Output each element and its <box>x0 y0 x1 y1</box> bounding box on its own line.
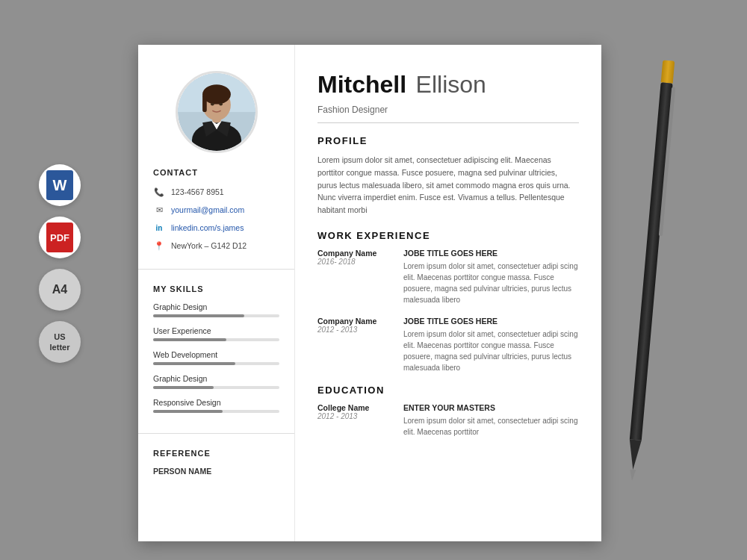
phone-text: 123-4567 8951 <box>171 187 224 196</box>
edu-right-1: ENTER YOUR MASTERS Lorem ipsum dolor sit… <box>403 403 579 438</box>
a4-label: A4 <box>52 283 67 296</box>
phone-icon: 📞 <box>153 186 165 198</box>
workdesc-1: Lorem ipsum dolor sit amet, consectetuer… <box>403 261 579 305</box>
pdf-icon: PDF <box>46 223 73 252</box>
edu-desc-1: Lorem ipsum dolor sit amet, consectetuer… <box>403 415 579 438</box>
skill-bar-fill-2 <box>153 338 226 341</box>
linkedin-text: linkedin.com/s.james <box>171 223 244 232</box>
skill-item-3: Web Development <box>153 350 279 365</box>
header-divider <box>317 122 579 123</box>
college-1: College Name <box>317 403 392 412</box>
email-icon: ✉ <box>153 204 165 216</box>
skills-divider <box>138 433 294 434</box>
edu-left-1: College Name 2012 - 2013 <box>317 403 392 438</box>
contact-title: CONTACT <box>153 168 279 177</box>
linkedin-icon: in <box>153 222 165 234</box>
year-1: 2016- 2018 <box>317 258 392 266</box>
skill-bar-bg-3 <box>153 362 279 365</box>
skill-name-2: User Experience <box>153 326 279 335</box>
jobtitle-1: JOBE TITLE GOES HERE <box>403 249 579 258</box>
skill-name-3: Web Development <box>153 350 279 359</box>
skill-item-2: User Experience <box>153 326 279 341</box>
person-name-label: PERSON NAME <box>153 467 279 476</box>
education-title: EDUCATION <box>317 385 579 396</box>
year-2: 2012 - 2013 <box>317 326 392 334</box>
jobtitle-2: JOBE TITLE GOES HERE <box>403 317 579 326</box>
contact-section: CONTACT 📞 123-4567 8951 ✉ yourmail@gmail… <box>138 168 294 258</box>
workdesc-2: Lorem ipsum dolor sit amet, consectetuer… <box>403 329 579 373</box>
us-label: USletter <box>50 332 70 353</box>
company-2: Company Name <box>317 317 392 326</box>
skill-bar-fill-3 <box>153 362 235 365</box>
reference-section: REFERENCE PERSON NAME <box>138 449 294 476</box>
word-icon <box>46 170 73 200</box>
skills-title: MY SKILLS <box>153 284 279 293</box>
profile-text: Lorem ipsum dolor sit amet, consectetuer… <box>317 154 579 217</box>
a4-icon-badge[interactable]: A4 <box>39 269 81 311</box>
profile-section: PROFILE Lorem ipsum dolor sit amet, cons… <box>317 135 579 217</box>
left-panel: CONTACT 📞 123-4567 8951 ✉ yourmail@gmail… <box>138 45 295 541</box>
degree-1: ENTER YOUR MASTERS <box>403 403 579 412</box>
work-item-1: Company Name 2016- 2018 JOBE TITLE GOES … <box>317 249 579 305</box>
skill-bar-fill-4 <box>153 386 214 389</box>
work-right-2: JOBE TITLE GOES HERE Lorem ipsum dolor s… <box>403 317 579 373</box>
us-icon-badge[interactable]: USletter <box>39 321 81 363</box>
pdf-icon-badge[interactable]: PDF <box>39 217 81 258</box>
email-item: ✉ yourmail@gmail.com <box>153 204 279 216</box>
skill-item-5: Responsive Design <box>153 398 279 413</box>
work-title: WORK EXPERIENCE <box>317 230 579 241</box>
svg-rect-7 <box>202 94 207 112</box>
skill-name-1: Graphic Design <box>153 302 279 311</box>
edu-item-1: College Name 2012 - 2013 ENTER YOUR MAST… <box>317 403 579 438</box>
word-icon-badge[interactable] <box>39 164 81 206</box>
last-name: Ellison <box>416 71 486 98</box>
education-section: EDUCATION College Name 2012 - 2013 ENTER… <box>317 385 579 438</box>
svg-point-6 <box>202 84 231 104</box>
work-right-1: JOBE TITLE GOES HERE Lorem ipsum dolor s… <box>403 249 579 305</box>
svg-point-11 <box>210 103 214 106</box>
linkedin-item: in linkedin.com/s.james <box>153 222 279 234</box>
address-text: NewYork – G142 D12 <box>171 241 247 250</box>
right-panel: Mitchell Ellison Fashion Designer PROFIL… <box>295 45 601 541</box>
work-item-2: Company Name 2012 - 2013 JOBE TITLE GOES… <box>317 317 579 373</box>
edu-year-1: 2012 - 2013 <box>317 412 392 420</box>
name-section: Mitchell Ellison <box>317 71 579 99</box>
first-name: Mitchell <box>317 71 406 98</box>
skill-item-4: Graphic Design <box>153 374 279 389</box>
skill-name-5: Responsive Design <box>153 398 279 407</box>
work-experience-section: WORK EXPERIENCE Company Name 2016- 2018 … <box>317 230 579 373</box>
contact-divider <box>138 269 294 270</box>
reference-title: REFERENCE <box>153 449 279 458</box>
skill-bar-bg-1 <box>153 314 279 317</box>
skill-name-4: Graphic Design <box>153 374 279 383</box>
address-item: 📍 NewYork – G142 D12 <box>153 240 279 252</box>
pen-cap <box>661 60 675 83</box>
skill-bar-fill-1 <box>153 314 244 317</box>
pen-nib <box>629 470 636 482</box>
work-left-1: Company Name 2016- 2018 <box>317 249 392 305</box>
location-icon: 📍 <box>153 240 165 252</box>
email-text: yourmail@gmail.com <box>171 205 244 214</box>
company-1: Company Name <box>317 249 392 258</box>
skill-bar-bg-2 <box>153 338 279 341</box>
resume-card: CONTACT 📞 123-4567 8951 ✉ yourmail@gmail… <box>138 45 601 541</box>
svg-point-12 <box>219 103 223 106</box>
skill-bar-bg-4 <box>153 386 279 389</box>
job-title: Fashion Designer <box>317 105 579 115</box>
skill-item-1: Graphic Design <box>153 302 279 317</box>
work-left-2: Company Name 2012 - 2013 <box>317 317 392 373</box>
format-icons: PDF A4 USletter <box>39 164 81 363</box>
avatar <box>176 71 258 153</box>
phone-item: 📞 123-4567 8951 <box>153 186 279 198</box>
pen-tip <box>627 439 641 470</box>
skill-bar-bg-5 <box>153 410 279 413</box>
skills-section: MY SKILLS Graphic Design User Experience… <box>138 284 294 422</box>
profile-title: PROFILE <box>317 135 579 146</box>
skill-bar-fill-5 <box>153 410 223 413</box>
